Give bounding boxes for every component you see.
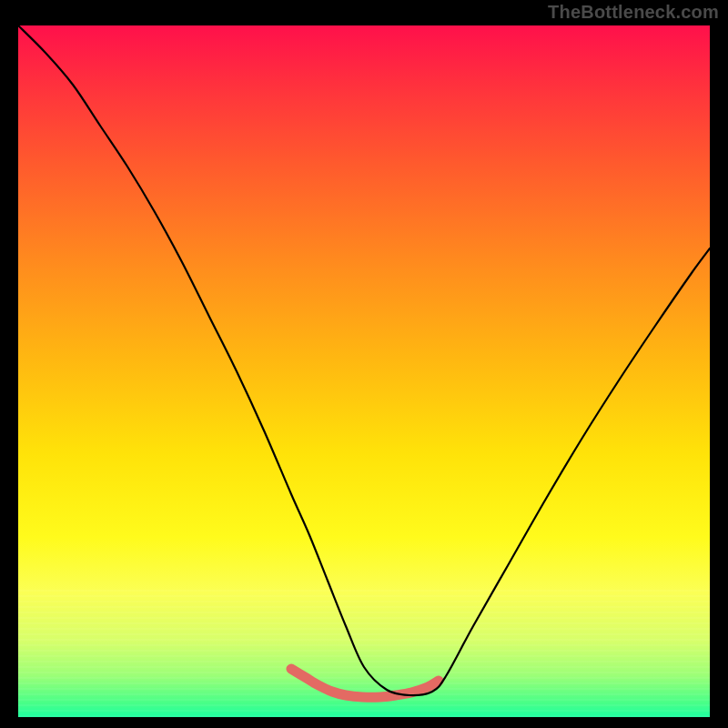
- curve-layer: [18, 25, 710, 717]
- trough-accent-red: [291, 669, 439, 697]
- plot-area: [18, 25, 710, 717]
- chart-stage: TheBottleneck.com: [0, 0, 728, 728]
- main-black-curve: [18, 25, 710, 695]
- watermark-text: TheBottleneck.com: [548, 2, 719, 23]
